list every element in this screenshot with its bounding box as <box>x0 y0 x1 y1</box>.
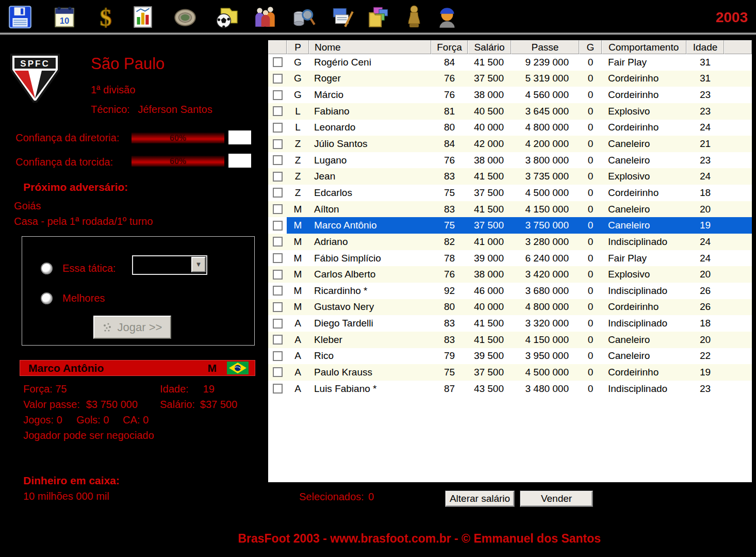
row-checkbox[interactable] <box>273 90 283 100</box>
statistics-icon[interactable] <box>130 4 156 30</box>
column-header-position[interactable]: P <box>287 40 309 54</box>
play-button[interactable]: Jogar >> <box>93 316 171 339</box>
tactic-box: Essa tática: ▼ Melhores Jogar >> <box>22 236 255 346</box>
calendar-icon[interactable]: 10 <box>52 4 77 30</box>
table-row[interactable]: MCarlos Alberto7638 0003 420 0000Explosi… <box>268 266 752 283</box>
coach-icon[interactable] <box>434 4 460 30</box>
row-checkbox[interactable] <box>273 253 283 263</box>
table-row[interactable]: GMárcio7638 0004 560 0000Cordeirinho23 <box>268 87 752 103</box>
money-label: Dinheiro em caixa: <box>23 474 120 487</box>
table-row[interactable]: ZEdcarlos7537 5004 500 0000Cordeirinho18 <box>268 185 752 201</box>
row-checkbox[interactable] <box>273 237 283 247</box>
cell-salario: 37 500 <box>468 185 511 201</box>
column-header-strength[interactable]: Força <box>431 40 468 54</box>
cell-g: 0 <box>579 315 602 332</box>
table-row[interactable]: MAdriano8241 0003 280 0000Indisciplinado… <box>268 234 752 250</box>
row-checkbox[interactable] <box>273 106 283 116</box>
row-checkbox[interactable] <box>273 74 283 84</box>
cell-p: M <box>287 299 309 316</box>
money-icon[interactable]: $ <box>93 4 119 30</box>
reports-icon[interactable] <box>329 4 355 30</box>
table-row[interactable]: APaulo Krauss7537 5004 500 0000Cordeirin… <box>268 364 752 381</box>
table-row[interactable]: GRogério Ceni8441 5009 239 0000Fair Play… <box>268 54 752 71</box>
row-checkbox[interactable] <box>273 188 283 198</box>
table-row[interactable]: ZJúlio Santos8442 0004 200 0000Caneleiro… <box>268 136 752 152</box>
stadium-icon[interactable] <box>172 4 198 30</box>
row-checkbox[interactable] <box>273 286 283 296</box>
cell-comportamento: Caneleiro <box>602 348 686 365</box>
table-row[interactable]: ALuis Fabiano *8743 5003 480 0000Indisci… <box>268 381 752 397</box>
row-checkbox[interactable] <box>273 302 283 312</box>
table-row[interactable]: ZJean8341 5003 735 0000Explosivo24 <box>268 168 752 185</box>
search-icon[interactable] <box>291 4 317 30</box>
save-icon[interactable] <box>7 4 33 30</box>
row-checkbox[interactable] <box>273 204 283 214</box>
best-radio[interactable] <box>41 292 53 304</box>
cell-salario: 41 500 <box>468 315 511 332</box>
brazil-flag-icon <box>227 362 249 374</box>
cell-forca: 92 <box>431 283 468 299</box>
table-row[interactable]: MMarco Antônio7537 5003 750 0000Caneleir… <box>268 217 752 234</box>
tactic-radio[interactable] <box>41 263 53 274</box>
squad-icon[interactable] <box>253 4 278 30</box>
row-checkbox[interactable] <box>273 123 283 133</box>
row-checkbox[interactable] <box>273 139 283 149</box>
cell-salario: 41 500 <box>468 54 511 71</box>
cell-passe: 3 735 000 <box>511 168 579 185</box>
cell-idade: 24 <box>686 250 724 267</box>
column-header-name[interactable]: Nome <box>309 40 431 54</box>
match-icon[interactable] <box>213 4 239 30</box>
sell-button[interactable]: Vender <box>520 490 593 507</box>
table-row[interactable]: ADiego Tardelli8341 5003 320 0000Indisci… <box>268 315 752 332</box>
column-header-age[interactable]: Idade <box>686 40 724 54</box>
row-checkbox[interactable] <box>273 319 283 329</box>
column-header-salary[interactable]: Salário <box>468 40 511 54</box>
cup-icon[interactable] <box>405 4 423 30</box>
table-row[interactable]: GRoger7637 5005 319 0000Cordeirinho31 <box>268 71 752 87</box>
cell-comportamento: Caneleiro <box>602 136 686 152</box>
table-row[interactable]: LFabiano8140 5003 645 0000Explosivo23 <box>268 103 752 120</box>
cell-idade: 24 <box>686 234 724 250</box>
row-checkbox[interactable] <box>273 221 283 231</box>
cell-comportamento: Cordeirinho <box>602 71 686 87</box>
cell-idade: 20 <box>686 332 724 348</box>
cell-comportamento: Cordeirinho <box>602 299 686 316</box>
cell-forca: 78 <box>431 250 468 267</box>
table-row[interactable]: MAílton8341 5004 150 0000Caneleiro20 <box>268 201 752 218</box>
table-row[interactable]: ARico7939 5003 950 0000Caneleiro22 <box>268 348 752 365</box>
row-checkbox[interactable] <box>273 57 283 67</box>
table-body: GRogério Ceni8441 5009 239 0000Fair Play… <box>268 54 752 397</box>
cell-comportamento: Indisciplinado <box>602 381 686 397</box>
column-header-goals[interactable]: G <box>579 40 602 54</box>
row-checkbox[interactable] <box>273 270 283 280</box>
cell-comportamento: Explosivo <box>602 266 686 283</box>
column-header-pass[interactable]: Passe <box>511 40 579 54</box>
board-confidence-bar: 60% <box>132 133 224 143</box>
squad-table: PNomeForçaSalárioPasseGComportamentoIdad… <box>268 40 752 482</box>
row-checkbox[interactable] <box>273 335 283 345</box>
row-checkbox[interactable] <box>273 155 283 165</box>
table-row[interactable]: ZLugano7638 0003 800 0000Caneleiro23 <box>268 152 752 169</box>
cell-nome: Aílton <box>309 201 431 218</box>
play-button-label: Jogar >> <box>118 321 162 334</box>
column-header-behavior[interactable]: Comportamento <box>602 40 686 54</box>
cell-comportamento: Cordeirinho <box>602 87 686 103</box>
table-row[interactable]: AKleber8341 5004 150 0000Caneleiro20 <box>268 332 752 348</box>
row-checkbox[interactable] <box>273 172 283 182</box>
row-checkbox[interactable] <box>273 384 283 394</box>
transfers-icon[interactable] <box>366 4 392 30</box>
row-checkbox[interactable] <box>273 351 283 361</box>
table-row[interactable]: MGustavo Nery8040 0004 800 0000Cordeirin… <box>268 299 752 316</box>
tactic-dropdown[interactable]: ▼ <box>132 255 207 275</box>
cell-filler <box>724 250 752 267</box>
row-checkbox[interactable] <box>273 367 283 377</box>
table-row[interactable]: MRicardinho *9246 0003 680 0000Indiscipl… <box>268 283 752 299</box>
table-row[interactable]: MFábio Simplício7839 0006 240 0000Fair P… <box>268 250 752 267</box>
change-salary-button[interactable]: Alterar salário <box>445 490 515 507</box>
table-row[interactable]: LLeonardo8040 0004 800 0000Cordeirinho24 <box>268 120 752 136</box>
column-header-select[interactable] <box>268 40 287 54</box>
chevron-down-icon[interactable]: ▼ <box>191 257 206 272</box>
cell-filler <box>724 87 752 103</box>
coach-name: Jéferson Santos <box>138 104 212 115</box>
svg-text:10: 10 <box>60 16 70 26</box>
